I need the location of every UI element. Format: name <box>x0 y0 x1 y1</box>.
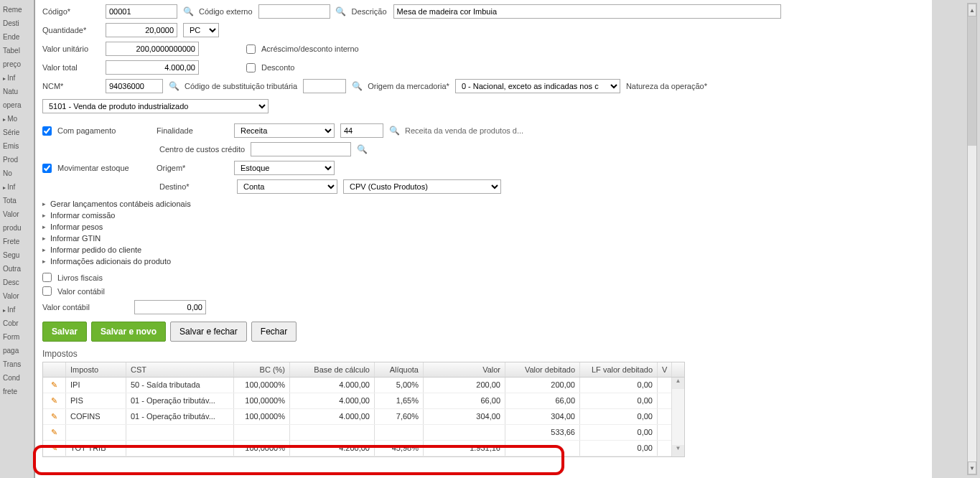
search-icon[interactable]: 🔍 <box>352 81 362 91</box>
expand-informar-pedido[interactable]: Informar pedido do cliente <box>42 244 925 256</box>
origem-select[interactable]: Estoque <box>234 161 335 175</box>
sidebar-item[interactable]: Emis <box>1 139 32 153</box>
scroll-down-icon[interactable]: ▼ <box>968 461 976 474</box>
sidebar-item[interactable]: Cond <box>1 371 32 385</box>
acrescimo-label: Acréscimo/desconto interno <box>261 44 359 53</box>
sidebar-item[interactable]: Tota <box>1 194 32 207</box>
sidebar-item[interactable]: Prod <box>1 153 32 167</box>
expand-gerar-lancamentos[interactable]: Gerar lançamentos contábeis adicionais <box>42 198 925 210</box>
edit-icon[interactable]: ✎ <box>43 425 66 440</box>
sidebar-item[interactable]: Ende <box>1 30 32 44</box>
natureza-select[interactable]: 5101 - Venda de produto industrializado <box>42 99 269 113</box>
acrescimo-checkbox[interactable] <box>246 44 256 54</box>
sidebar-item[interactable]: produ <box>1 221 32 235</box>
fechar-button[interactable]: Fechar <box>251 322 297 342</box>
centro-custos-input[interactable] <box>251 142 351 156</box>
sidebar-item[interactable]: No <box>1 167 32 180</box>
page-scrollbar[interactable]: ▲ ▼ <box>967 3 977 475</box>
salvar-novo-button[interactable]: Salvar e novo <box>91 322 166 342</box>
col-cst[interactable]: CST <box>126 362 234 377</box>
table-row[interactable]: ✎ IPI 50 - Saída tributada 100,0000% 4.0… <box>43 378 684 393</box>
valor-contabil-input[interactable] <box>134 300 206 314</box>
sidebar-item[interactable]: opera <box>1 98 32 112</box>
sidebar-item[interactable]: Inf <box>1 303 32 317</box>
search-icon[interactable]: 🔍 <box>183 6 193 17</box>
col-valor[interactable]: Valor <box>424 362 505 377</box>
finalidade-code-input[interactable] <box>340 123 383 138</box>
valor-total-input[interactable] <box>106 60 199 75</box>
edit-icon[interactable]: ✎ <box>43 393 66 408</box>
col-base[interactable]: Base de cálculo <box>290 362 375 377</box>
sidebar-item[interactable]: Inf <box>1 71 32 85</box>
com-pagamento-checkbox[interactable] <box>42 126 52 136</box>
sidebar-item[interactable]: Natu <box>1 85 32 98</box>
sidebar-item[interactable]: Outra <box>1 262 32 276</box>
sidebar-item[interactable]: paga <box>1 344 32 357</box>
table-row[interactable]: ✎ 533,66 0,00 <box>43 425 684 441</box>
expand-info-adicionais[interactable]: Informações adicionais do produto <box>42 256 925 267</box>
scroll-up-icon[interactable]: ▲ <box>968 4 976 17</box>
table-row[interactable]: ✎ TOT TRIB 100,0000% 4.200,00 45,98% 1.9… <box>43 441 684 456</box>
cst-sub-input[interactable] <box>303 79 346 93</box>
codigo-ext-input[interactable] <box>258 4 330 19</box>
search-icon[interactable]: 🔍 <box>336 6 346 17</box>
expand-informar-comissao[interactable]: Informar comissão <box>42 210 925 221</box>
sidebar-item[interactable]: Cobr <box>1 317 32 330</box>
table-scrollbar[interactable]: ▲ ▼ <box>671 378 684 456</box>
sidebar-item[interactable]: Mo <box>1 112 32 126</box>
col-deb[interactable]: Valor debitado <box>505 362 580 377</box>
scroll-thumb[interactable] <box>968 17 976 146</box>
ncm-input[interactable] <box>106 79 163 93</box>
salvar-button[interactable]: Salvar <box>42 322 87 342</box>
origem-merc-select[interactable]: 0 - Nacional, exceto as indicadas nos c <box>455 79 620 93</box>
edit-icon[interactable]: ✎ <box>43 441 66 456</box>
col-lf[interactable]: LF valor debitado <box>580 362 658 377</box>
desconto-checkbox[interactable] <box>246 63 256 72</box>
sidebar-item[interactable]: Reme <box>1 3 32 17</box>
search-icon[interactable]: 🔍 <box>357 144 367 154</box>
expand-informar-gtin[interactable]: Informar GTIN <box>42 233 925 244</box>
sidebar-item[interactable]: Segu <box>1 248 32 262</box>
codigo-ext-label: Código externo <box>199 7 253 16</box>
salvar-fechar-button[interactable]: Salvar e fechar <box>170 322 247 342</box>
sidebar-item[interactable]: Desti <box>1 17 32 30</box>
search-icon[interactable]: 🔍 <box>389 126 399 136</box>
sidebar-item[interactable]: Série <box>1 126 32 139</box>
destino-extra-select[interactable]: CPV (Custo Produtos) <box>343 179 501 194</box>
edit-icon[interactable]: ✎ <box>43 378 66 393</box>
sidebar-item[interactable]: Valor <box>1 289 32 303</box>
col-imposto[interactable]: Imposto <box>66 362 126 377</box>
table-row[interactable]: ✎ PIS 01 - Operação tributáv... 100,0000… <box>43 393 684 409</box>
unit-select[interactable]: PC <box>183 23 219 37</box>
mov-estoque-checkbox[interactable] <box>42 164 52 173</box>
scroll-up-icon[interactable]: ▲ <box>672 378 684 389</box>
finalidade-label: Finalidade <box>157 126 228 135</box>
livros-fiscais-checkbox[interactable] <box>42 273 52 282</box>
main-form: Código 🔍 Código externo 🔍 Descrição Quan… <box>34 0 932 478</box>
sidebar-item[interactable]: preço <box>1 57 32 71</box>
sidebar-item[interactable]: frete <box>1 385 32 398</box>
col-v[interactable]: V <box>658 362 672 377</box>
sidebar-item[interactable]: Frete <box>1 235 32 248</box>
sidebar-item[interactable]: Tabel <box>1 44 32 57</box>
finalidade-desc: Receita da venda de produtos d... <box>405 126 523 135</box>
valor-contabil-checkbox[interactable] <box>42 286 52 296</box>
finalidade-select[interactable]: Receita <box>234 123 335 138</box>
sidebar-item[interactable]: Valor <box>1 207 32 221</box>
descricao-input[interactable] <box>393 4 781 19</box>
destino-select[interactable]: Conta <box>237 179 337 194</box>
table-row[interactable]: ✎ COFINS 01 - Operação tributáv... 100,0… <box>43 409 684 425</box>
col-bcp[interactable]: BC (%) <box>234 362 290 377</box>
expand-informar-pesos[interactable]: Informar pesos <box>42 221 925 233</box>
sidebar-item[interactable]: Form <box>1 330 32 344</box>
sidebar-item[interactable]: Trans <box>1 357 32 371</box>
sidebar-item[interactable]: Desc <box>1 276 32 289</box>
scroll-down-icon[interactable]: ▼ <box>672 445 684 456</box>
edit-icon[interactable]: ✎ <box>43 409 66 424</box>
sidebar-item[interactable]: Inf <box>1 180 32 194</box>
search-icon[interactable]: 🔍 <box>169 81 179 91</box>
codigo-input[interactable] <box>106 4 177 19</box>
valor-unit-input[interactable] <box>106 42 199 56</box>
quantidade-input[interactable] <box>106 23 177 37</box>
col-aliq[interactable]: Alíquota <box>375 362 424 377</box>
